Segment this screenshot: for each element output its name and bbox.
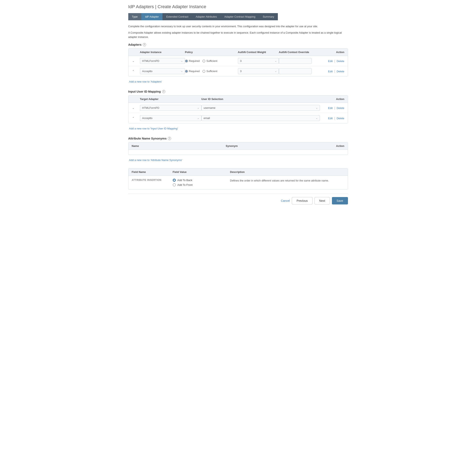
- edit-link-1[interactable]: Edit: [328, 59, 332, 63]
- table-row: ⌄ HTMLFormPD ⌄ Required Sufficient: [128, 56, 348, 66]
- description-line2: A Composite Adapter allows existing adap…: [128, 31, 348, 39]
- next-button[interactable]: Next: [314, 197, 330, 204]
- policy-cell-2: Required Sufficient: [185, 70, 238, 73]
- add-adapter-row-link[interactable]: Add a new row to 'Adapters': [129, 80, 162, 83]
- adapters-section-title: Adapters ?: [128, 43, 348, 46]
- delete-link-1[interactable]: Delete: [337, 59, 344, 63]
- previous-button[interactable]: Previous: [292, 197, 312, 204]
- attribute-insertion-radio-group: Add To Back Add To Front: [173, 179, 230, 186]
- action-cell-1: Edit | Delete: [320, 59, 344, 63]
- edit-link-2[interactable]: Edit: [328, 70, 332, 73]
- attribute-insertion-description: Defines the order in which different val…: [230, 179, 344, 183]
- table-row: ⌃ Acceptto ⌄ email ⌄ Edit | Delete: [128, 113, 348, 123]
- chevron-down-icon: ⌄: [197, 117, 199, 119]
- edit-link-uid-1[interactable]: Edit: [328, 107, 332, 110]
- action-cell-uid-1: Edit | Delete: [320, 106, 344, 110]
- synonyms-empty-row: [128, 150, 348, 155]
- field-table-header: Field Name Field Value Description: [128, 168, 348, 176]
- tab-adapter-contract-mapping[interactable]: Adapter Contract Mapping: [221, 13, 259, 20]
- add-input-userid-row-link[interactable]: Add a new row to 'Input User ID Mapping': [129, 127, 178, 130]
- field-table: Field Name Field Value Description ATTRI…: [128, 168, 348, 189]
- synonyms-table: Name Synonym Action: [128, 142, 348, 155]
- chevron-down-icon: ⌄: [275, 59, 277, 62]
- override-input-1[interactable]: [279, 58, 312, 64]
- chevron-down-icon: ⌄: [316, 117, 318, 119]
- tab-summary[interactable]: Summary: [259, 13, 278, 20]
- target-adapter-select-2[interactable]: Acceptto ⌄: [140, 115, 201, 121]
- weight-select-1[interactable]: 3 ⌄: [238, 58, 279, 64]
- radio-dot-icon: [185, 70, 188, 73]
- action-cell-2: Edit | Delete: [320, 70, 344, 73]
- user-id-select-1[interactable]: username ⌄: [201, 105, 320, 111]
- adapter-instance-select-1[interactable]: HTMLFormPD ⌄: [140, 58, 185, 64]
- policy-sufficient-radio-1[interactable]: Sufficient: [203, 59, 217, 62]
- radio-empty-icon: [203, 59, 205, 62]
- policy-sufficient-radio-2[interactable]: Sufficient: [203, 70, 217, 73]
- override-input-2[interactable]: [279, 68, 312, 74]
- field-name-label: ATTRIBUTE INSERTION: [132, 179, 173, 181]
- description-line1: Complete the configuration necessary to …: [128, 24, 348, 29]
- adapters-table-header: Adapter Instance Policy AuthN Context We…: [128, 49, 348, 56]
- adapters-help-icon[interactable]: ?: [143, 43, 146, 46]
- sort-down-btn-1[interactable]: ⌄: [132, 59, 135, 63]
- radio-dot-icon: [185, 59, 188, 62]
- delete-link-2[interactable]: Delete: [337, 70, 344, 73]
- synonyms-help-icon[interactable]: ?: [168, 137, 171, 140]
- tab-adapter-attributes[interactable]: Adapter Attributes: [192, 13, 221, 20]
- radio-outline-icon: [173, 183, 176, 186]
- adapters-table: Adapter Instance Policy AuthN Context We…: [128, 48, 348, 76]
- chevron-down-icon: ⌄: [181, 70, 183, 73]
- user-id-select-2[interactable]: email ⌄: [201, 115, 320, 121]
- table-row: ⌄ HTMLFormPD ⌄ username ⌄ Edit | Delete: [128, 103, 348, 113]
- policy-required-radio-1[interactable]: Required: [185, 59, 200, 62]
- radio-filled-icon: [173, 179, 176, 182]
- tab-idp-adapter[interactable]: IdP Adapter: [141, 13, 163, 20]
- save-button[interactable]: Save: [332, 197, 348, 204]
- input-userid-help-icon[interactable]: ?: [162, 90, 165, 93]
- sort-up-btn-2[interactable]: ⌃: [132, 69, 135, 73]
- chevron-down-icon: ⌄: [275, 70, 277, 73]
- cancel-button[interactable]: Cancel: [281, 199, 290, 202]
- input-userid-table: Target Adapter User ID Selection Action …: [128, 95, 348, 123]
- add-to-back-radio[interactable]: Add To Back: [173, 179, 230, 182]
- page-title: IdP Adapters | Create Adapter Instance: [128, 4, 348, 9]
- table-row: ⌃ Acceptto ⌄ Required Sufficient: [128, 66, 348, 76]
- chevron-down-icon: ⌄: [316, 107, 318, 109]
- adapter-instance-select-2[interactable]: Acceptto ⌄: [140, 68, 185, 74]
- weight-select-2[interactable]: 3 ⌄: [238, 68, 279, 74]
- tab-type[interactable]: Type: [128, 13, 141, 20]
- input-userid-section-title: Input User ID Mapping ?: [128, 90, 348, 93]
- tab-extended-contract[interactable]: Extended Contract: [162, 13, 192, 20]
- action-cell-uid-2: Edit | Delete: [320, 117, 344, 120]
- add-to-front-radio[interactable]: Add To Front: [173, 183, 230, 186]
- sort-down-btn-uid-1[interactable]: ⌄: [132, 106, 135, 110]
- input-userid-table-header: Target Adapter User ID Selection Action: [128, 95, 348, 103]
- radio-empty-icon: [203, 70, 205, 73]
- sort-up-btn-uid-2[interactable]: ⌃: [132, 116, 135, 120]
- edit-link-uid-2[interactable]: Edit: [328, 117, 332, 120]
- tab-bar: Type IdP Adapter Extended Contract Adapt…: [128, 13, 348, 20]
- synonyms-table-header: Name Synonym Action: [128, 142, 348, 150]
- chevron-down-icon: ⌄: [197, 107, 199, 109]
- policy-required-radio-2[interactable]: Required: [185, 70, 200, 73]
- footer: Cancel Previous Next Save: [128, 194, 348, 206]
- chevron-down-icon: ⌄: [181, 59, 183, 62]
- delete-link-uid-2[interactable]: Delete: [337, 117, 344, 120]
- delete-link-uid-1[interactable]: Delete: [337, 107, 344, 110]
- synonyms-section-title: Attribute Name Synonyms ?: [128, 137, 348, 140]
- policy-cell-1: Required Sufficient: [185, 59, 238, 62]
- target-adapter-select-1[interactable]: HTMLFormPD ⌄: [140, 105, 201, 111]
- add-synonyms-row-link[interactable]: Add a new row to 'Attribute Name Synonym…: [129, 159, 182, 162]
- field-table-row: ATTRIBUTE INSERTION Add To Back Add To F…: [128, 176, 348, 189]
